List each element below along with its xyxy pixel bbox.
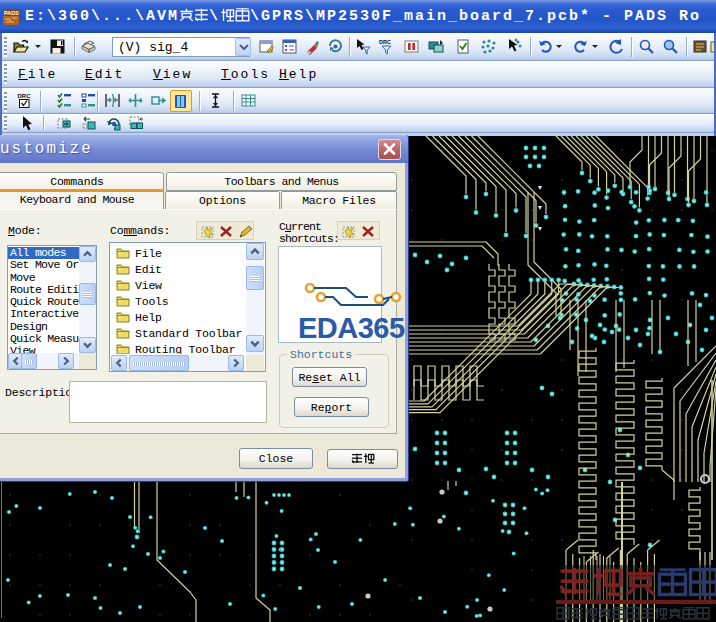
svg-text:DRC: DRC [379,39,391,45]
svg-text:PADS: PADS [4,10,19,16]
svg-text:EDA365: EDA365 [298,312,405,344]
svg-text:DRC: DRC [18,93,32,99]
